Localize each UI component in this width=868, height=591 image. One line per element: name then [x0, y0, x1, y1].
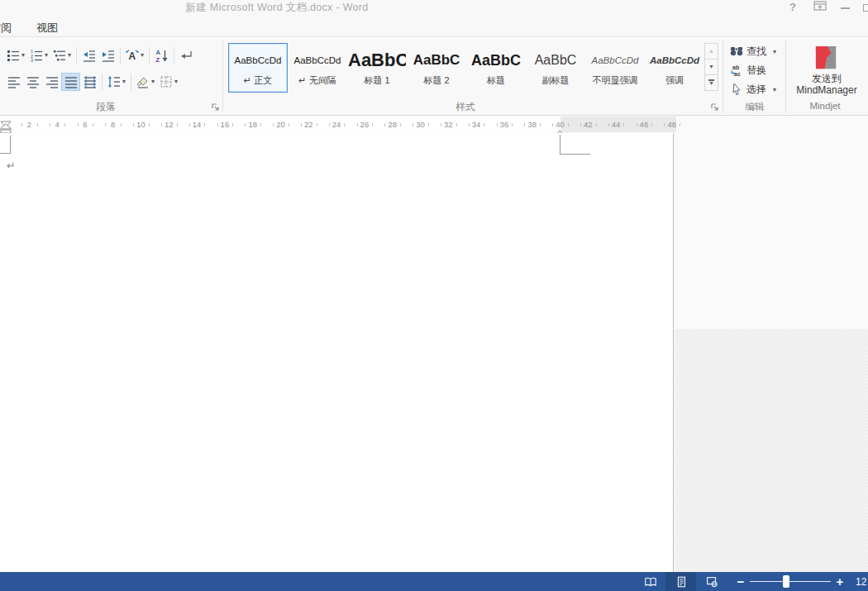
separator — [76, 47, 77, 64]
style-subtle[interactable]: AaBbCcDd 不明显强调 — [585, 43, 645, 93]
numbered-list-button[interactable]: 123▾ — [27, 46, 50, 64]
text-boundary-crop-mark-left — [0, 136, 11, 154]
mindjet-group-label: Mindjet — [804, 101, 846, 113]
numbered-list-icon: 123 — [30, 49, 43, 62]
ruler-number: 2 — [21, 117, 37, 132]
dropdown-arrow-icon: ▾ — [151, 78, 155, 85]
bullet-list-button[interactable]: ▾ — [4, 46, 27, 64]
minimize-button[interactable] — [835, 0, 855, 17]
style-title[interactable]: AaBbC 标题 — [466, 43, 526, 93]
read-mode-view-button[interactable] — [635, 572, 665, 591]
zoom-in-button[interactable]: + — [831, 573, 849, 590]
multilevel-list-icon — [53, 49, 66, 62]
title-bar: 新建 Microsoft Word 文档.docx - Word ? — [0, 0, 868, 18]
svg-text:A: A — [129, 50, 136, 62]
zoom-slider-handle[interactable] — [783, 575, 789, 588]
asian-layout-button[interactable]: A▾ — [123, 46, 146, 64]
paragraph-dialog-launcher-icon[interactable] — [211, 101, 221, 111]
align-right-icon — [45, 75, 59, 88]
print-layout-icon — [675, 575, 688, 589]
print-layout-view-button[interactable] — [665, 572, 696, 591]
select-button[interactable]: 选择▾ — [727, 80, 779, 98]
replace-button[interactable]: abac替换 — [727, 61, 779, 79]
justify-button[interactable] — [61, 73, 80, 91]
paragraph-mark: ↵ — [7, 160, 16, 172]
gallery-scroll-up-icon[interactable]: ▲ — [704, 43, 718, 60]
ribbon-display-options-icon[interactable] — [810, 0, 830, 17]
style-preview: AaBbCcDd — [646, 44, 703, 74]
mindjet-button-line1: 发送到 — [796, 73, 856, 84]
read-mode-icon — [644, 575, 657, 589]
ruler-number: 34 — [468, 117, 484, 132]
select-icon — [730, 83, 743, 96]
style-emphasis[interactable]: AaBbCcDd 强调 — [645, 43, 704, 93]
shading-button[interactable]: ▾ — [134, 73, 157, 91]
help-icon[interactable]: ? — [784, 0, 802, 17]
gallery-more-icon[interactable]: ▼ — [704, 74, 718, 91]
svg-text:Z: Z — [155, 55, 160, 62]
style-subtitle[interactable]: AaBbC 副标题 — [526, 43, 585, 93]
ruler-number: 12 — [160, 117, 177, 132]
ribbon-tab-bar: 审阅 视图 — [0, 18, 868, 37]
show-marks-button[interactable] — [177, 46, 196, 64]
workspace-background — [675, 329, 868, 572]
document-page[interactable]: ↵ — [0, 133, 674, 572]
styles-dialog-launcher-icon[interactable] — [710, 101, 720, 111]
ruler-number: 44 — [608, 117, 624, 132]
style-preview: AaBbC — [348, 44, 406, 74]
horizontal-ruler: 2468101214161820222426283032343638404244… — [0, 117, 676, 132]
workspace-background — [675, 133, 868, 329]
web-layout-view-button[interactable] — [696, 572, 727, 591]
ruler-number: 4 — [49, 117, 65, 132]
style-preview: AaBbC — [408, 44, 465, 74]
style-preview: AaBbCcDd — [586, 44, 644, 74]
separator — [149, 47, 150, 64]
line-spacing-button[interactable]: ▾ — [105, 73, 128, 91]
style-normal[interactable]: AaBbCcDd ↵ 正文 — [228, 43, 288, 93]
ruler-number: 46 — [636, 117, 652, 132]
style-nospace[interactable]: AaBbCcDd ↵ 无间隔 — [288, 43, 347, 93]
style-preview: AaBbCcDd — [289, 44, 346, 74]
zoom-slider-track[interactable] — [750, 572, 831, 591]
separator — [131, 74, 131, 90]
borders-icon — [160, 75, 173, 88]
tab-review[interactable]: 审阅 — [0, 21, 12, 37]
align-right-button[interactable] — [42, 73, 61, 91]
dropdown-arrow-icon: ▾ — [174, 78, 178, 85]
styles-gallery: AaBbCcDd ↵ 正文 AaBbCcDd ↵ 无间隔 AaBbC 标题 1 … — [228, 43, 704, 93]
distribute-button[interactable] — [80, 73, 99, 91]
select-label: 选择 — [746, 83, 766, 97]
multilevel-list-button[interactable]: ▾ — [50, 46, 74, 64]
dropdown-arrow-icon: ▾ — [68, 51, 71, 59]
decrease-indent-button[interactable] — [79, 46, 98, 64]
zoom-out-button[interactable]: − — [732, 573, 750, 590]
gallery-scroll-down-icon[interactable]: ▼ — [704, 59, 718, 75]
style-h2[interactable]: AaBbC 标题 2 — [407, 43, 466, 93]
ruler-number: 28 — [384, 117, 401, 132]
zoom-percentage[interactable]: 12 — [856, 576, 868, 588]
asian-layout-icon: A — [126, 49, 139, 62]
borders-button[interactable]: ▾ — [157, 73, 180, 91]
send-to-mindmanager-button[interactable]: 发送到 MindManager — [789, 41, 865, 100]
ruler-number: 14 — [188, 117, 205, 132]
window-title: 新建 Microsoft Word 文档.docx - Word — [99, 1, 455, 15]
maximize-button[interactable] — [860, 0, 868, 17]
editing-group-label: 编辑 — [734, 101, 775, 113]
sort-icon: AZ — [155, 49, 169, 62]
tab-view[interactable]: 视图 — [36, 21, 58, 37]
align-left-button[interactable] — [4, 73, 23, 91]
style-label: 副标题 — [527, 74, 584, 87]
style-label: 不明显强调 — [586, 74, 644, 87]
dropdown-arrow-icon: ▾ — [122, 78, 126, 85]
style-h1[interactable]: AaBbC 标题 1 — [347, 43, 407, 93]
align-center-button[interactable] — [23, 73, 42, 91]
increase-indent-button[interactable] — [98, 46, 117, 64]
find-button[interactable]: 查找▾ — [727, 42, 779, 60]
zoom-control: − + 12 — [732, 572, 868, 591]
replace-label: 替换 — [746, 64, 766, 78]
paragraph-group-row2: ▾▾▾ — [4, 72, 180, 91]
sort-button[interactable]: AZ — [152, 46, 171, 64]
style-preview: AaBbCcDd — [229, 44, 287, 74]
ruler-number: 26 — [356, 117, 373, 132]
dropdown-arrow-icon: ▾ — [45, 51, 48, 59]
